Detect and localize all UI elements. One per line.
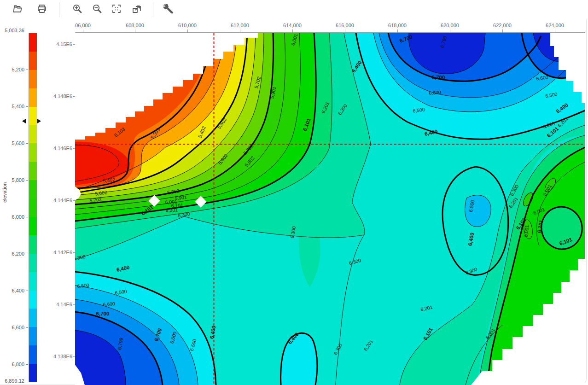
colorbar-tick-mark xyxy=(26,291,28,291)
x-axis-tick-mark xyxy=(187,29,188,32)
colorbar-tick-mark xyxy=(26,180,28,181)
x-axis-tick-label: 614,000 xyxy=(283,23,302,28)
colorbar-segment xyxy=(29,327,37,345)
colorbar-tick-mark xyxy=(26,364,28,365)
colorbar-segment xyxy=(29,291,37,309)
y-axis-tick-label: 4.14E6 xyxy=(48,302,72,307)
x-axis-tick-label: 610,000 xyxy=(178,23,197,28)
colorbar[interactable] xyxy=(29,33,37,382)
x-axis-tick-label: 612,000 xyxy=(231,23,249,28)
colorbar-segment xyxy=(29,198,37,217)
colorbar-tick-mark xyxy=(26,106,28,107)
colorbar-tick-label: 5,800 xyxy=(2,177,24,183)
toolbar xyxy=(0,0,588,19)
colorbar-tick-mark xyxy=(26,254,28,254)
zoom-in-button[interactable] xyxy=(70,3,85,17)
x-axis-tick-mark xyxy=(450,29,450,32)
x-axis-tick-mark xyxy=(555,29,555,32)
zoom-out-icon xyxy=(92,3,103,16)
colorbar-range-marker-left-arrow[interactable] xyxy=(37,119,41,123)
open-file-button[interactable] xyxy=(10,3,25,17)
x-axis-tick-mark xyxy=(397,29,398,32)
contour-label-5402: 5,402 xyxy=(103,177,115,183)
colorbar-tick-label: 6,200 xyxy=(2,251,24,257)
contour-label-6700: 6,700 xyxy=(432,75,445,80)
fit-extents-icon xyxy=(111,3,122,16)
colorbar-segment xyxy=(29,107,37,125)
colorbar-segment xyxy=(29,52,37,70)
colorbar-segment xyxy=(29,309,37,327)
contour-label-6201: 6,201 xyxy=(166,207,178,213)
contour-map[interactable]: 5,1035,3035,4025,5025,4025,6025,7025,602… xyxy=(75,33,585,385)
colorbar-tick-label: 6,600 xyxy=(2,325,24,330)
x-axis-tick-mark xyxy=(83,29,83,32)
x-axis-tick-label: 624,000 xyxy=(546,23,564,28)
contour-label-6600: 6,600 xyxy=(103,301,115,307)
colorbar-segment xyxy=(29,88,37,107)
printer-icon xyxy=(36,3,47,16)
x-axis-tick-mark xyxy=(135,29,135,32)
colorbar-tick-mark xyxy=(26,70,28,70)
colorbar-tick-mark xyxy=(26,327,28,328)
print-button[interactable] xyxy=(35,3,49,17)
x-axis-tick-mark xyxy=(292,29,293,32)
colorbar-tick-label: 6,400 xyxy=(2,288,24,293)
x-axis-tick-mark xyxy=(240,29,240,32)
x-axis-tick-label: 618,000 xyxy=(388,23,407,28)
colorbar-tick-mark xyxy=(26,143,28,144)
x-axis-tick-label: 616,000 xyxy=(336,23,354,28)
zoom-fit-button[interactable] xyxy=(109,3,124,17)
colorbar-tick-mark xyxy=(26,217,28,217)
colorbar-segment xyxy=(29,345,37,364)
colorbar-tick-label: 6,000 xyxy=(2,214,24,220)
y-axis-tick-label: 4.144E6 xyxy=(48,198,72,203)
x-axis-tick-label: 620,000 xyxy=(441,23,459,28)
y-axis-tick-label: 4.15E6 xyxy=(48,41,72,47)
colorbar-tick-label: 6,800 xyxy=(2,362,24,367)
colorbar-segment xyxy=(29,162,37,180)
contour-label-6700: 6,700 xyxy=(96,311,110,316)
colorbar-segment xyxy=(29,125,37,143)
contour-label-6600: 6,600 xyxy=(429,89,441,96)
wrench-icon xyxy=(162,3,174,17)
zoom-out-button[interactable] xyxy=(90,3,105,17)
app-window: 06,000608,000610,000612,000614,000616,00… xyxy=(0,0,588,385)
colorbar-max-label: 5,003.36 xyxy=(2,28,24,33)
y-axis-tick-label: 4.138E6 xyxy=(48,354,72,359)
x-axis-tick-label: 622,000 xyxy=(493,23,512,28)
x-axis-line xyxy=(75,32,585,33)
contour-label-6001: 6,001 xyxy=(523,225,530,237)
y-axis-tick-label: 4.148E6 xyxy=(48,93,72,99)
x-axis-tick-mark xyxy=(502,29,503,32)
x-axis-tick-mark xyxy=(345,29,345,32)
colorbar-segment xyxy=(29,235,37,254)
colorbar-segment xyxy=(29,70,37,88)
colorbar-segment xyxy=(29,33,37,52)
settings-button[interactable] xyxy=(161,3,175,17)
export-view-button[interactable] xyxy=(129,3,144,17)
zoom-in-icon xyxy=(72,3,83,16)
toolbar-separator xyxy=(153,2,153,17)
colorbar-segment xyxy=(29,272,37,291)
colorbar-segment xyxy=(29,143,37,162)
colorbar-segment xyxy=(29,180,37,198)
colorbar-min-label: 6,899.12 xyxy=(2,378,24,384)
y-axis-tick-label: 4.146E6 xyxy=(48,146,72,151)
y-axis-tick-label: 4.142E6 xyxy=(48,250,72,255)
export-icon xyxy=(131,3,142,16)
colorbar-tick-label: 5,400 xyxy=(2,104,24,109)
x-axis-tick-label: 608,000 xyxy=(126,23,144,28)
colorbar-tick-label: 5,600 xyxy=(2,140,24,146)
colorbar-segment xyxy=(29,364,37,382)
colorbar-segment xyxy=(29,254,37,272)
x-axis-tick-label: 06,000 xyxy=(75,23,91,28)
colorbar-segment xyxy=(29,217,37,235)
colorbar-range-marker-right-arrow[interactable] xyxy=(22,119,26,123)
folder-open-icon xyxy=(12,3,23,16)
colorbar-tick-label: 5,200 xyxy=(2,67,24,72)
toolbar-separator xyxy=(59,2,59,17)
colorbar-title: elevation xyxy=(2,182,7,203)
